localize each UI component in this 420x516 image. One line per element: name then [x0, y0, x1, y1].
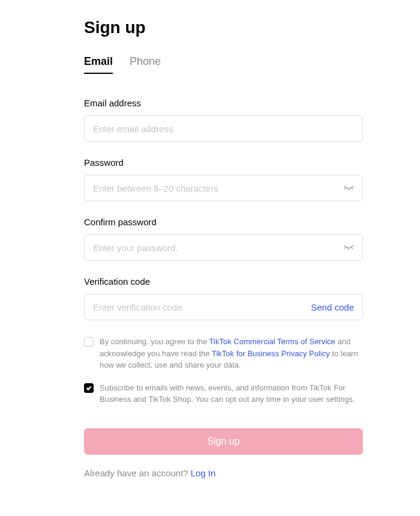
- terms-row: By continuing, you agree to the TikTok C…: [84, 336, 363, 371]
- password-label: Password: [84, 157, 363, 168]
- email-input[interactable]: [85, 116, 362, 141]
- confirm-password-label: Confirm password: [84, 217, 363, 227]
- verification-code-label: Verification code: [84, 276, 363, 287]
- terms-text-part1: By continuing, you agree to the: [100, 337, 209, 346]
- confirm-password-group: Confirm password: [84, 217, 363, 261]
- email-group: Email address: [84, 98, 363, 142]
- password-input-wrapper: [84, 175, 363, 201]
- login-prompt-row: Already have an account? Log In: [84, 468, 363, 478]
- password-input[interactable]: [85, 175, 335, 201]
- subscribe-checkbox[interactable]: [84, 383, 94, 393]
- eye-closed-icon[interactable]: [335, 242, 362, 253]
- signup-method-tabs: Email Phone: [84, 55, 363, 74]
- email-label: Email address: [84, 98, 363, 108]
- confirm-password-input[interactable]: [85, 235, 335, 260]
- tab-email[interactable]: Email: [84, 55, 113, 74]
- tab-phone[interactable]: Phone: [130, 55, 161, 74]
- page-title: Sign up: [84, 18, 363, 37]
- verification-code-group: Verification code Send code: [84, 276, 363, 320]
- verification-code-input[interactable]: [85, 294, 302, 320]
- subscribe-text: Subscribe to emails with news, events, a…: [100, 382, 363, 405]
- login-link[interactable]: Log In: [191, 468, 216, 478]
- terms-text: By continuing, you agree to the TikTok C…: [100, 336, 363, 371]
- eye-closed-icon[interactable]: [335, 183, 362, 193]
- login-prompt-text: Already have an account?: [84, 468, 191, 478]
- verification-code-input-wrapper: Send code: [84, 294, 363, 320]
- password-group: Password: [84, 157, 363, 201]
- terms-checkbox[interactable]: [84, 337, 94, 347]
- terms-of-service-link[interactable]: TikTok Commercial Terms of Service: [209, 337, 335, 346]
- subscribe-row: Subscribe to emails with news, events, a…: [84, 382, 363, 405]
- send-code-button[interactable]: Send code: [302, 302, 362, 312]
- privacy-policy-link[interactable]: TikTok for Business Privacy Policy: [212, 349, 330, 358]
- email-input-wrapper: [84, 115, 363, 142]
- confirm-password-input-wrapper: [84, 234, 363, 261]
- signup-button[interactable]: Sign up: [84, 428, 363, 455]
